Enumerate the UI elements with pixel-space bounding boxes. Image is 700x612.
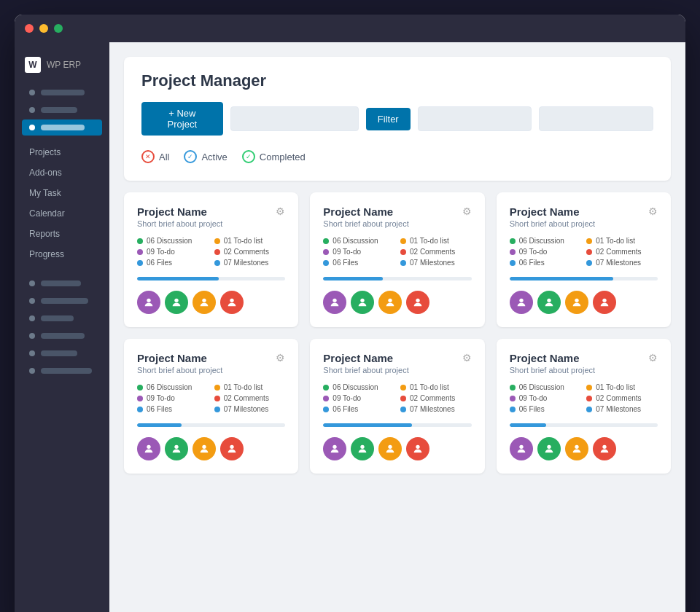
svg-point-6 bbox=[389, 299, 392, 302]
svg-point-2 bbox=[202, 299, 206, 302]
sidebar-bottom-item-5[interactable] bbox=[22, 345, 102, 361]
stat-dot bbox=[586, 238, 592, 244]
stat-dot bbox=[510, 260, 516, 266]
stat-dot bbox=[586, 260, 592, 266]
svg-point-1 bbox=[174, 299, 178, 302]
close-dot[interactable] bbox=[25, 24, 34, 33]
sidebar-bottom-item-4[interactable] bbox=[22, 328, 102, 344]
stat-item: 01 To-do list bbox=[214, 383, 286, 391]
sidebar-menu-item-2[interactable] bbox=[22, 102, 102, 118]
project-avatars bbox=[323, 437, 471, 460]
sidebar-bottom-item-3[interactable] bbox=[22, 310, 102, 326]
stat-label: 09 To-do bbox=[332, 248, 361, 256]
progress-bar-container bbox=[510, 277, 658, 280]
filter-button[interactable]: Filter bbox=[366, 108, 411, 130]
stat-item: 06 Files bbox=[137, 405, 209, 413]
stat-item: 07 Milestones bbox=[214, 259, 286, 267]
maximize-dot[interactable] bbox=[54, 24, 63, 33]
sidebar-item-projects[interactable]: Projects bbox=[22, 143, 102, 162]
stat-label: 01 To-do list bbox=[596, 383, 635, 391]
stat-dot bbox=[400, 260, 406, 266]
gear-icon[interactable]: ⚙ bbox=[276, 352, 285, 364]
stat-item: 07 Milestones bbox=[400, 259, 472, 267]
stat-label: 01 To-do list bbox=[410, 237, 449, 245]
sidebar-item-addons[interactable]: Add-ons bbox=[22, 163, 102, 182]
svg-point-8 bbox=[519, 299, 523, 302]
stat-dot bbox=[137, 385, 143, 391]
project-avatars bbox=[137, 291, 285, 314]
filter-input-1[interactable] bbox=[418, 106, 532, 131]
stat-label: 06 Files bbox=[519, 259, 545, 267]
stat-label: 07 Milestones bbox=[410, 405, 455, 413]
progress-bar-container bbox=[137, 423, 285, 427]
avatar bbox=[537, 437, 561, 460]
stat-item: 06 Files bbox=[137, 259, 209, 267]
project-stats: 06 Discussion 01 To-do list 09 To-do 02 … bbox=[323, 237, 471, 267]
page-title: Project Manager bbox=[141, 71, 653, 90]
stat-dot bbox=[323, 407, 329, 412]
stat-label: 09 To-do bbox=[147, 248, 175, 256]
stat-item: 06 Discussion bbox=[510, 383, 581, 391]
project-info: Project Name Short brief about project bbox=[323, 205, 408, 228]
stat-dot bbox=[510, 396, 516, 401]
sidebar-line bbox=[41, 90, 85, 95]
stat-label: 09 To-do bbox=[519, 248, 548, 256]
sidebar-bottom-item-2[interactable] bbox=[22, 293, 102, 309]
sidebar-item-progress[interactable]: Progress bbox=[22, 245, 102, 264]
stat-item: 06 Files bbox=[323, 405, 394, 413]
sidebar: W WP ERP Projects bbox=[15, 42, 109, 612]
project-card-5: Project Name Short brief about project ⚙… bbox=[310, 339, 484, 474]
project-brief: Short brief about project bbox=[137, 219, 222, 228]
tab-completed-icon: ✓ bbox=[242, 150, 255, 163]
svg-point-13 bbox=[174, 445, 178, 449]
new-project-button[interactable]: + New Project bbox=[141, 102, 223, 136]
svg-point-7 bbox=[416, 299, 420, 302]
sidebar-menu-item-project-manager[interactable] bbox=[22, 119, 102, 136]
sidebar-menu-items bbox=[15, 85, 109, 136]
tab-all[interactable]: ✕ All bbox=[141, 147, 169, 166]
gear-icon[interactable]: ⚙ bbox=[462, 205, 472, 217]
progress-bar-fill bbox=[323, 423, 412, 427]
progress-bar-container bbox=[510, 423, 658, 427]
svg-point-5 bbox=[361, 299, 365, 302]
gear-icon[interactable]: ⚙ bbox=[648, 205, 658, 217]
project-info: Project Name Short brief about project bbox=[510, 352, 595, 374]
sidebar-item-mytask[interactable]: My Task bbox=[22, 184, 102, 203]
avatar bbox=[537, 291, 561, 314]
sidebar-header: W WP ERP bbox=[15, 50, 109, 85]
filter-input-2[interactable] bbox=[539, 106, 653, 131]
sidebar-dot bbox=[29, 107, 35, 113]
stat-label: 09 To-do bbox=[332, 394, 361, 402]
gear-icon[interactable]: ⚙ bbox=[648, 352, 658, 364]
tab-all-label: All bbox=[159, 152, 169, 162]
sidebar-line bbox=[41, 333, 85, 339]
sidebar-menu-item-1[interactable] bbox=[22, 85, 102, 101]
gear-icon[interactable]: ⚙ bbox=[276, 205, 285, 217]
stat-item: 02 Comments bbox=[400, 248, 472, 256]
stat-label: 06 Files bbox=[519, 405, 545, 413]
stat-dot bbox=[510, 238, 516, 244]
project-name: Project Name bbox=[510, 352, 595, 364]
sidebar-nav: Projects Add-ons My Task Calendar Report… bbox=[15, 143, 109, 264]
stat-label: 07 Milestones bbox=[596, 405, 641, 413]
stat-label: 01 To-do list bbox=[224, 237, 263, 245]
tab-active[interactable]: ✓ Active bbox=[184, 147, 227, 166]
avatar bbox=[593, 291, 616, 314]
minimize-dot[interactable] bbox=[39, 24, 48, 33]
tab-completed[interactable]: ✓ Completed bbox=[242, 147, 306, 166]
stat-item: 01 To-do list bbox=[400, 383, 472, 391]
sidebar-bottom-item-1[interactable] bbox=[22, 275, 102, 291]
sidebar-line bbox=[41, 280, 81, 286]
svg-point-11 bbox=[602, 299, 606, 302]
stat-dot bbox=[323, 385, 329, 391]
avatar bbox=[323, 437, 346, 460]
project-avatars bbox=[137, 437, 285, 460]
svg-point-3 bbox=[230, 299, 233, 302]
project-avatars bbox=[510, 437, 658, 460]
sidebar-item-reports[interactable]: Reports bbox=[22, 224, 102, 243]
gear-icon[interactable]: ⚙ bbox=[462, 352, 472, 364]
stat-item: 02 Comments bbox=[400, 394, 472, 402]
sidebar-item-calendar[interactable]: Calendar bbox=[22, 204, 102, 223]
sidebar-bottom-item-6[interactable] bbox=[22, 363, 102, 379]
search-input[interactable] bbox=[230, 106, 359, 131]
